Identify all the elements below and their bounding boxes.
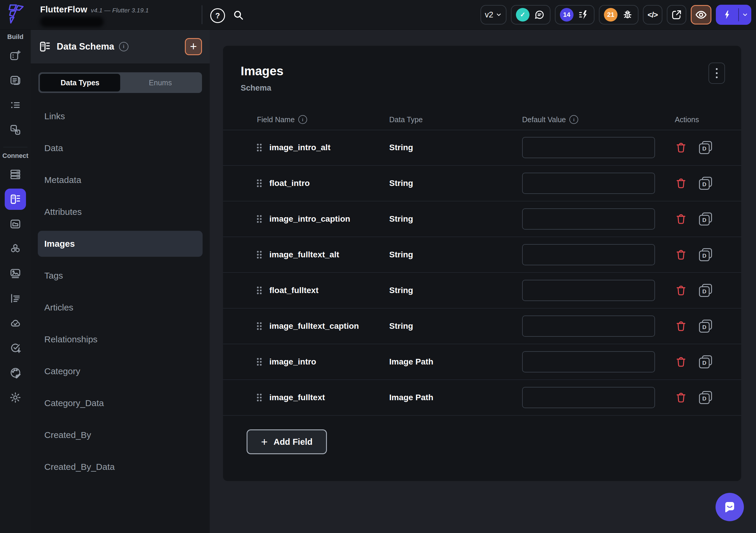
optimizations-button[interactable]: 14 [555,5,594,24]
rail-item-data-schema[interactable] [5,189,26,210]
data-type-list-item[interactable]: Created_By_Data [38,454,202,480]
run-button[interactable] [716,5,751,25]
field-name: float_fulltext [269,286,318,295]
rail-item-pages[interactable] [5,70,26,91]
delete-field-icon[interactable] [675,177,687,190]
run-bolt-section[interactable] [716,5,738,25]
search-icon[interactable] [232,9,245,21]
rail-item-app-values[interactable] [5,94,26,116]
version-select[interactable]: v2 [480,5,506,24]
kebab-dot [716,68,717,70]
default-value-input[interactable] [522,280,655,301]
drag-handle-icon[interactable] [257,322,262,330]
chevron-down-icon [496,12,502,18]
default-value-input[interactable] [522,316,655,337]
duplicate-front-square: D [699,215,710,225]
run-options-caret[interactable] [739,5,751,25]
data-type-list-item[interactable]: Tags [38,263,202,289]
open-in-new-icon [671,9,683,21]
duplicate-front-square: D [699,322,710,333]
duplicate-field-icon[interactable]: D [699,177,712,190]
duplicate-field-icon[interactable]: D [699,319,712,333]
duplicate-field-icon[interactable]: D [699,248,712,261]
info-icon[interactable]: i [569,115,578,124]
duplicate-field-icon[interactable]: D [699,284,712,297]
drag-handle-icon[interactable] [257,144,262,151]
rail-item-database[interactable] [5,164,26,185]
delete-field-icon[interactable] [675,248,687,261]
tab-enums[interactable]: Enums [120,74,201,91]
drag-handle-icon[interactable] [257,287,262,294]
duplicate-field-icon[interactable]: D [699,355,712,368]
pages-icon [9,74,21,87]
support-chat-button[interactable] [716,493,744,521]
preview-button[interactable] [691,5,712,24]
flutterflow-logo-icon[interactable] [6,4,25,26]
rail-item-deploy[interactable] [5,313,26,334]
topbar-divider [202,5,202,24]
column-header-label: Data Type [389,115,423,124]
view-code-button[interactable]: </> [643,5,662,24]
duplicate-field-icon[interactable]: D [699,141,712,154]
add-field-button[interactable]: + Add Field [247,429,327,454]
field-data-type: Image Path [389,357,522,367]
rail-item-tests[interactable] [5,337,26,359]
rail-item-localization[interactable] [5,288,26,309]
default-value-input[interactable] [522,137,655,158]
delete-field-icon[interactable] [675,284,687,296]
delete-field-icon[interactable] [675,356,687,368]
data-type-label: Images [44,239,75,249]
rail-item-media[interactable] [5,263,26,284]
top-bar: FlutterFlowv4.1 — Flutter 3.19.1 ? v2 ✓ … [0,0,756,30]
default-value-input[interactable] [522,244,655,265]
rail-item-settings[interactable] [5,387,26,408]
issues-button[interactable]: 21 [599,5,638,24]
data-type-list-item[interactable]: Relationships [38,326,202,352]
data-type-list-item[interactable]: Category [38,358,202,384]
data-type-list-item[interactable]: Created_By [38,422,202,448]
checks-comments-button[interactable]: ✓ [511,5,551,24]
default-value-input[interactable] [522,208,655,230]
drag-handle-icon[interactable] [257,179,262,187]
rail-item-components[interactable] [5,119,26,140]
delete-field-icon[interactable] [675,320,687,332]
default-value-input[interactable] [522,387,655,408]
rail-divider [3,147,27,147]
drag-handle-icon[interactable] [257,251,262,259]
field-row: image_intro_alt String D [223,130,741,165]
drag-handle-icon[interactable] [257,215,262,223]
delete-field-icon[interactable] [675,141,687,154]
data-type-list-item[interactable]: Category_Data [38,390,202,416]
delete-field-icon[interactable] [675,391,687,404]
default-value-input[interactable] [522,173,655,194]
rail-item-files[interactable] [5,214,26,235]
field-row: float_intro String D [223,165,741,201]
delete-field-icon[interactable] [675,213,687,225]
tab-data-types[interactable]: Data Types [40,74,120,91]
flutterflow-app-window: FlutterFlowv4.1 — Flutter 3.19.1 ? v2 ✓ … [0,0,756,533]
rail-item-theme[interactable] [5,362,26,383]
export-open-button[interactable] [667,5,686,24]
schema-options-button[interactable] [709,63,725,84]
data-type-list-item[interactable]: Attributes [38,199,202,225]
data-type-list-item[interactable]: Data [38,135,202,161]
drag-handle-icon[interactable] [257,394,262,401]
default-value-input[interactable] [522,351,655,372]
add-data-type-button[interactable]: + [185,38,202,55]
field-name: float_intro [269,179,310,188]
rail-item-api[interactable] [5,238,26,259]
drag-handle-icon[interactable] [257,358,262,366]
help-icon[interactable]: ? [210,8,225,23]
data-type-list-item[interactable]: Links [38,103,202,129]
chat-bubble-icon [723,500,737,514]
data-type-list-item[interactable]: Images [38,231,202,257]
code-icon: </> [648,10,658,19]
optimizations-bolt-icon [578,9,589,21]
info-icon[interactable]: i [298,115,307,124]
rail-item-widgets[interactable] [5,45,26,66]
info-icon[interactable]: i [119,42,128,51]
data-type-list-item[interactable]: Articles [38,294,202,320]
duplicate-field-icon[interactable]: D [699,213,712,225]
duplicate-field-icon[interactable]: D [699,391,712,404]
data-type-list-item[interactable]: Metadata [38,167,202,193]
